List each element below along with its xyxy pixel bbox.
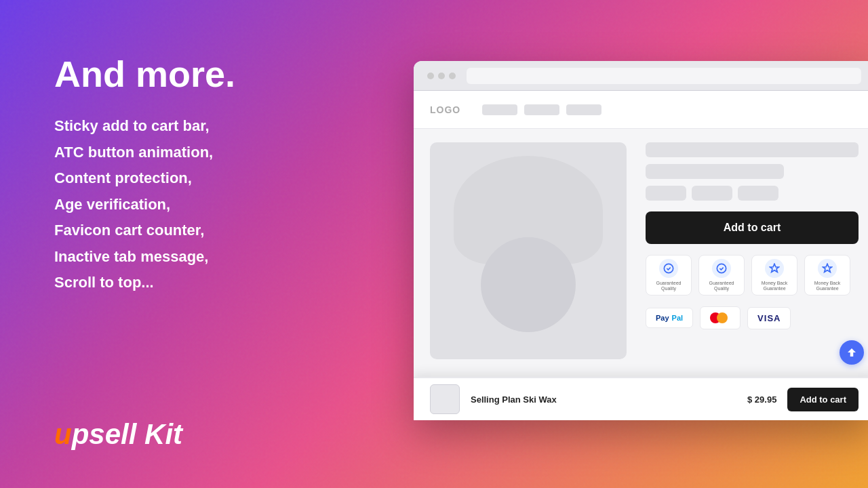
feature-item: Favicon cart counter,: [54, 218, 393, 244]
logo-u: u: [54, 418, 72, 450]
sticky-product-name: Selling Plan Ski Wax: [471, 394, 736, 405]
sticky-price: $ 29.95: [747, 394, 776, 405]
paypal-badge: PayPal: [646, 308, 693, 328]
visa-text: VISA: [757, 313, 781, 323]
product-image-circle: [481, 237, 576, 332]
browser-chrome: [414, 61, 868, 91]
product-option-3[interactable]: [738, 186, 778, 201]
trust-badge-icon-2: [712, 259, 731, 278]
browser-address-bar[interactable]: [467, 68, 861, 84]
nav-link-3[interactable]: [566, 104, 601, 115]
trust-badge-text-2: GuaranteedQuality: [709, 281, 734, 292]
feature-item: Sticky add to cart bar,: [54, 113, 393, 140]
svg-point-1: [717, 264, 726, 272]
sticky-bar: Selling Plan Ski Wax $ 29.95 Add to cart: [414, 377, 868, 420]
product-area: Add to cart GuaranteedQuality Guaranteed…: [414, 129, 868, 373]
paypal-al: Pal: [672, 314, 684, 322]
browser-dot-yellow: [438, 73, 445, 79]
browser-dots: [427, 73, 456, 79]
product-details: Add to cart GuaranteedQuality Guaranteed…: [646, 142, 859, 359]
feature-item: ATC button animation,: [54, 140, 393, 166]
logo-area: upsell Kit: [54, 418, 182, 451]
browser-dot-red: [427, 73, 434, 79]
feature-item: Age verification,: [54, 192, 393, 218]
trust-badge-icon-4: [818, 259, 837, 278]
logo-psell: psell: [72, 418, 137, 450]
features-list: Sticky add to cart bar, ATC button anima…: [54, 113, 393, 296]
product-title-bar-2: [646, 164, 784, 179]
payment-methods: PayPal VISA: [646, 306, 859, 329]
browser-mockup: LOGO Add t: [414, 61, 868, 420]
visa-badge: VISA: [747, 307, 791, 329]
add-to-cart-button[interactable]: Add to cart: [646, 211, 859, 244]
scroll-to-top-button[interactable]: [840, 340, 864, 365]
sticky-add-to-cart-button[interactable]: Add to cart: [787, 388, 859, 411]
headline: And more.: [54, 54, 393, 94]
trust-badge-3: Money BackGuarantee: [751, 255, 797, 296]
mastercard-circles: [710, 312, 730, 323]
mastercard-badge: [700, 306, 741, 329]
nav-links: [482, 104, 601, 115]
nav-bar: LOGO: [414, 91, 868, 129]
feature-item: Inactive tab message,: [54, 244, 393, 270]
trust-badge-text-1: GuaranteedQuality: [656, 281, 682, 292]
trust-badge-2: GuaranteedQuality: [698, 255, 745, 296]
trust-badge-1: GuaranteedQuality: [646, 255, 692, 296]
nav-link-2[interactable]: [524, 104, 559, 115]
product-image: [430, 142, 627, 359]
sticky-product-thumbnail: [430, 384, 460, 414]
feature-item: Scroll to top...: [54, 270, 393, 296]
page-content: LOGO Add t: [414, 91, 868, 420]
logo-text: upsell Kit: [54, 418, 182, 451]
product-option-2[interactable]: [692, 186, 732, 201]
nav-logo: LOGO: [430, 104, 460, 115]
browser-dot-green: [449, 73, 456, 79]
logo-kit: Kit: [136, 418, 182, 450]
product-title-bar-1: [646, 142, 859, 157]
svg-point-0: [664, 264, 673, 272]
product-options-row: [646, 186, 859, 201]
product-option-1[interactable]: [646, 186, 686, 201]
nav-link-1[interactable]: [482, 104, 517, 115]
trust-badges: GuaranteedQuality GuaranteedQuality Mone…: [646, 255, 859, 296]
trust-badge-text-3: Money BackGuarantee: [762, 281, 788, 292]
trust-badge-text-4: Money BackGuarantee: [814, 281, 841, 292]
trust-badge-icon-1: [659, 259, 678, 278]
left-panel: And more. Sticky add to cart bar, ATC bu…: [54, 54, 393, 296]
trust-badge-icon-3: [765, 259, 784, 278]
mc-orange-circle: [717, 312, 728, 323]
feature-item: Content protection,: [54, 165, 393, 192]
paypal-p: Pay: [656, 314, 669, 322]
trust-badge-4: Money BackGuarantee: [804, 255, 850, 296]
